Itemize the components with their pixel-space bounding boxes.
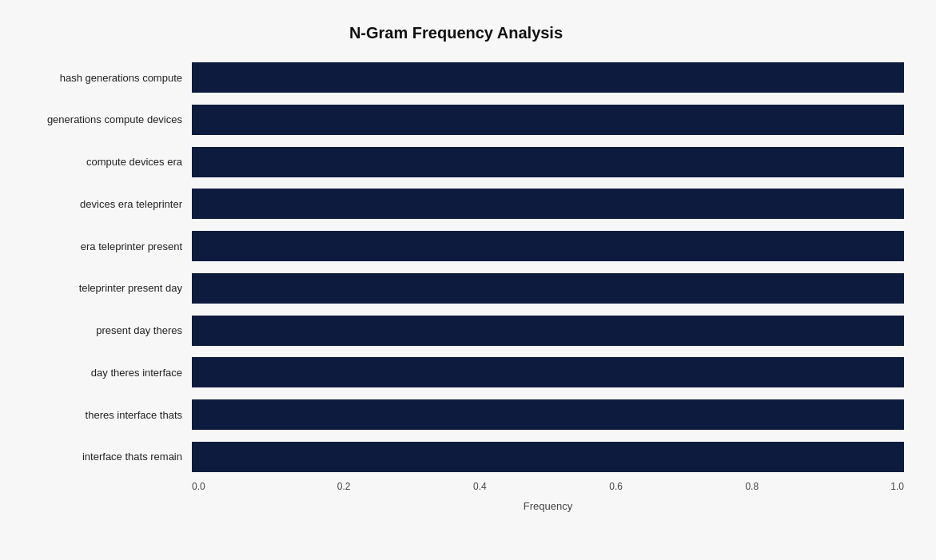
chart-title: N-Gram Frequency Analysis xyxy=(8,16,904,42)
bar-track xyxy=(192,147,904,177)
bar-fill xyxy=(192,231,904,261)
bar-row: theres interface thats xyxy=(8,395,904,434)
bar-fill xyxy=(192,105,904,135)
x-tick: 0.8 xyxy=(736,481,768,497)
chart-body: hash generations computegenerations comp… xyxy=(8,58,904,512)
chart-area: hash generations computegenerations comp… xyxy=(8,58,904,476)
bar-label: compute devices era xyxy=(8,156,192,168)
bar-label: generations compute devices xyxy=(8,113,192,125)
bar-label: era teleprinter present xyxy=(8,240,192,252)
x-tick: 1.0 xyxy=(872,481,904,497)
x-axis-label: Frequency xyxy=(192,500,904,512)
bar-fill xyxy=(192,147,904,177)
bar-label: teleprinter present day xyxy=(8,282,192,294)
bar-track xyxy=(192,442,904,472)
x-axis-ticks: 0.00.20.40.60.81.0 xyxy=(192,481,904,497)
bar-row: hash generations compute xyxy=(8,58,904,97)
bar-track xyxy=(192,105,904,135)
bar-label: devices era teleprinter xyxy=(8,198,192,210)
bar-track xyxy=(192,189,904,219)
bar-track xyxy=(192,316,904,346)
bar-track xyxy=(192,231,904,261)
bar-row: teleprinter present day xyxy=(8,269,904,308)
bar-track xyxy=(192,399,904,430)
bar-fill xyxy=(192,442,904,472)
bar-fill xyxy=(192,357,904,387)
bar-fill xyxy=(192,62,904,93)
x-tick: 0.4 xyxy=(464,481,496,497)
bar-track xyxy=(192,62,904,93)
bar-row: day theres interface xyxy=(8,353,904,391)
chart-container: N-Gram Frequency Analysis hash generatio… xyxy=(0,0,936,560)
bar-label: hash generations compute xyxy=(8,72,192,84)
bar-track xyxy=(192,357,904,387)
bar-fill xyxy=(192,189,904,219)
bar-track xyxy=(192,273,904,304)
bar-label: interface thats remain xyxy=(8,451,192,463)
bar-row: present day theres xyxy=(8,312,904,350)
bar-fill xyxy=(192,273,904,304)
bar-label: present day theres xyxy=(8,324,192,336)
bar-row: devices era teleprinter xyxy=(8,185,904,223)
bar-label: theres interface thats xyxy=(8,409,192,421)
x-tick: 0.6 xyxy=(600,481,632,497)
x-tick: 0.0 xyxy=(192,481,224,497)
bar-fill xyxy=(192,399,904,430)
bar-row: era teleprinter present xyxy=(8,227,904,265)
bar-row: compute devices era xyxy=(8,143,904,181)
bar-row: generations compute devices xyxy=(8,101,904,139)
bar-label: day theres interface xyxy=(8,367,192,379)
x-axis-area: 0.00.20.40.60.81.0 Frequency xyxy=(192,481,904,512)
bar-row: interface thats remain xyxy=(8,438,904,476)
x-tick: 0.2 xyxy=(328,481,360,497)
bar-fill xyxy=(192,316,904,346)
